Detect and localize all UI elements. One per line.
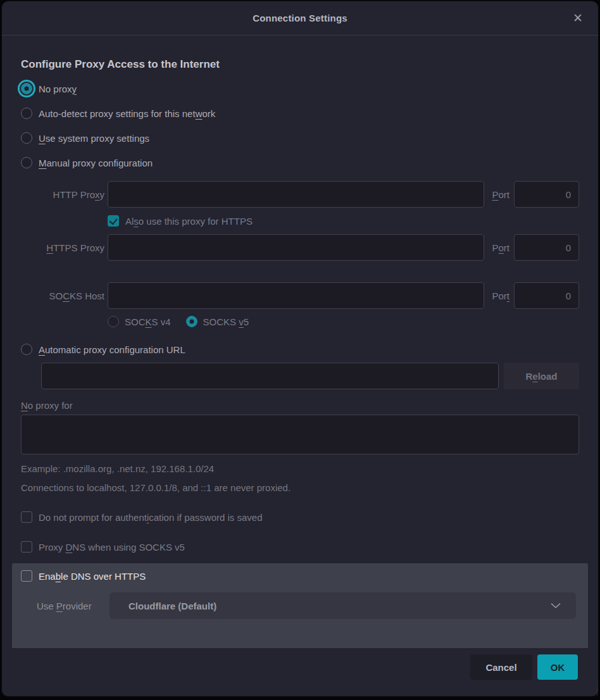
radio-option-no-proxy[interactable]: No proxy bbox=[21, 80, 579, 97]
no-proxy-for-textarea[interactable] bbox=[21, 415, 579, 454]
doh-panel: Enable DNS over HTTPS Use Provider Cloud… bbox=[12, 563, 588, 648]
dialog-title: Connection Settings bbox=[253, 13, 347, 23]
http-port-input[interactable] bbox=[514, 181, 579, 208]
radio-auto-detect-label: Auto-detect proxy settings for this netw… bbox=[39, 108, 215, 119]
reload-button[interactable]: Reload bbox=[504, 363, 579, 389]
radio-option-socks-v5[interactable]: SOCKS v5 bbox=[186, 316, 249, 327]
socks-host-label: SOCKS Host bbox=[21, 291, 104, 301]
radio-option-socks-v4[interactable]: SOCKS v4 bbox=[108, 316, 171, 327]
proxy-dns-label: Proxy DNS when using SOCKS v5 bbox=[39, 542, 185, 553]
also-https-row[interactable]: Also use this proxy for HTTPS bbox=[108, 215, 579, 227]
radio-auto-url-label: Automatic proxy configuration URL bbox=[39, 344, 185, 355]
no-prompt-auth-row[interactable]: Do not prompt for authentication if pass… bbox=[21, 511, 579, 523]
https-proxy-input[interactable] bbox=[108, 234, 484, 261]
radio-auto-url[interactable] bbox=[21, 344, 32, 355]
checkmark-icon bbox=[109, 216, 117, 225]
radio-manual-label: Manual proxy configuration bbox=[39, 158, 153, 168]
radio-manual[interactable] bbox=[21, 157, 32, 168]
radio-option-auto-detect[interactable]: Auto-detect proxy settings for this netw… bbox=[21, 105, 579, 122]
radio-use-system-label: Use system proxy settings bbox=[39, 133, 149, 144]
http-proxy-label: HTTP Proxy bbox=[21, 189, 104, 200]
socks-version-row: SOCKS v4 SOCKS v5 bbox=[108, 316, 579, 327]
radio-socks-v5[interactable] bbox=[186, 316, 197, 327]
socks-v5-label: SOCKS v5 bbox=[203, 316, 249, 327]
section-heading: Configure Proxy Access to the Internet bbox=[21, 58, 579, 71]
auto-url-input[interactable] bbox=[41, 363, 499, 389]
socks-port-label: Port bbox=[492, 291, 509, 301]
socks-v4-label: SOCKS v4 bbox=[125, 316, 171, 327]
connection-settings-dialog: Connection Settings ✕ Configure Proxy Ac… bbox=[2, 1, 598, 696]
close-icon: ✕ bbox=[573, 12, 583, 24]
socks-host-row: SOCKS Host Port bbox=[21, 282, 579, 309]
no-proxy-for-label: No proxy for bbox=[21, 400, 579, 411]
checkbox-proxy-dns[interactable] bbox=[21, 541, 32, 553]
auto-url-row: Reload bbox=[41, 363, 579, 389]
provider-row: Use Provider Cloudflare (Default) bbox=[21, 592, 579, 619]
http-proxy-row: HTTP Proxy Port bbox=[21, 181, 579, 208]
radio-auto-detect[interactable] bbox=[21, 108, 32, 119]
dialog-footer: Cancel OK bbox=[2, 648, 598, 696]
radio-option-auto-url[interactable]: Automatic proxy configuration URL bbox=[21, 341, 579, 358]
proxy-dns-row[interactable]: Proxy DNS when using SOCKS v5 bbox=[21, 541, 579, 553]
radio-no-proxy[interactable] bbox=[21, 83, 32, 94]
dialog-content: Configure Proxy Access to the Internet N… bbox=[2, 35, 598, 648]
no-prompt-auth-label: Do not prompt for authentication if pass… bbox=[39, 512, 263, 523]
socks-port-input[interactable] bbox=[514, 282, 579, 309]
provider-select[interactable]: Cloudflare (Default) bbox=[109, 592, 576, 619]
radio-use-system[interactable] bbox=[21, 132, 32, 144]
radio-option-manual[interactable]: Manual proxy configuration bbox=[21, 154, 579, 171]
socks-host-input[interactable] bbox=[108, 282, 484, 309]
close-button[interactable]: ✕ bbox=[568, 8, 588, 28]
radio-option-use-system[interactable]: Use system proxy settings bbox=[21, 130, 579, 146]
resize-grip[interactable] bbox=[589, 687, 597, 696]
radio-no-proxy-label: No proxy bbox=[39, 84, 77, 94]
https-port-label: Port bbox=[492, 242, 509, 253]
checkbox-no-prompt-auth[interactable] bbox=[21, 511, 32, 523]
enable-doh-label: Enable DNS over HTTPS bbox=[39, 571, 146, 582]
cancel-button[interactable]: Cancel bbox=[470, 654, 532, 680]
checkbox-also-https[interactable] bbox=[108, 215, 119, 227]
http-proxy-input[interactable] bbox=[108, 181, 484, 208]
no-proxy-example-text: Example: .mozilla.org, .net.nz, 192.168.… bbox=[21, 463, 579, 474]
radio-socks-v4[interactable] bbox=[108, 316, 119, 327]
also-https-label: Also use this proxy for HTTPS bbox=[125, 216, 253, 227]
localhost-note-text: Connections to localhost, 127.0.0.1/8, a… bbox=[21, 482, 579, 493]
https-proxy-label: HTTPS Proxy bbox=[21, 242, 104, 253]
provider-label: Use Provider bbox=[37, 601, 100, 611]
enable-doh-row[interactable]: Enable DNS over HTTPS bbox=[21, 570, 579, 582]
https-proxy-row: HTTPS Proxy Port bbox=[21, 234, 579, 261]
dialog-titlebar: Connection Settings ✕ bbox=[2, 1, 598, 35]
chevron-down-icon bbox=[551, 603, 561, 609]
checkbox-enable-doh[interactable] bbox=[21, 570, 32, 582]
http-port-label: Port bbox=[492, 189, 509, 200]
https-port-input[interactable] bbox=[514, 234, 579, 261]
provider-selected-value: Cloudflare (Default) bbox=[128, 601, 216, 611]
ok-button[interactable]: OK bbox=[537, 654, 578, 680]
